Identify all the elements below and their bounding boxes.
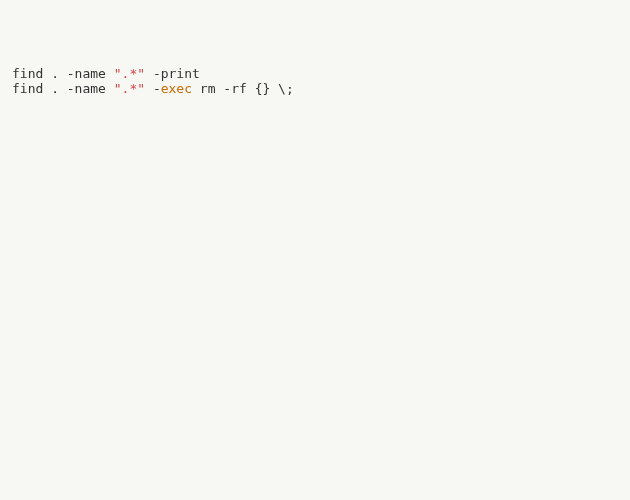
code-token: -print xyxy=(145,66,200,81)
code-token: find . -name xyxy=(12,66,114,81)
code-line: find . -name ".*" -exec rm -rf {} \; xyxy=(12,81,618,96)
code-token: - xyxy=(145,81,161,96)
code-token: ".*" xyxy=(114,66,145,81)
code-line: find . -name ".*" -print xyxy=(12,66,618,81)
code-token: rm -rf {} \; xyxy=(192,81,294,96)
code-token: exec xyxy=(161,81,192,96)
code-block: find . -name ".*" -printfind . -name ".*… xyxy=(12,66,618,96)
code-token: ".*" xyxy=(114,81,145,96)
code-token: find . -name xyxy=(12,81,114,96)
